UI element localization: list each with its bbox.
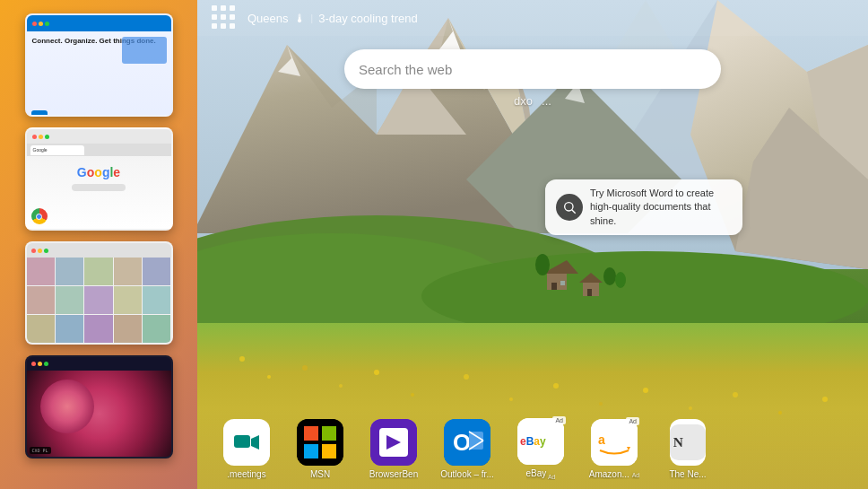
svg-point-28: [553, 383, 559, 389]
svg-point-23: [339, 384, 343, 388]
apps-dot-1: [212, 5, 217, 11]
meetings-label: .meetings: [227, 469, 265, 479]
search-suggestions: dxo ...: [197, 94, 868, 108]
svg-point-26: [464, 374, 469, 380]
svg-point-24: [374, 370, 379, 375]
amazon-ad-badge: Ad: [626, 417, 639, 425]
chrome-app-icon: [31, 208, 48, 224]
ms-word-search-icon: [556, 194, 583, 221]
svg-rect-41: [587, 289, 592, 296]
svg-rect-52: [322, 426, 336, 441]
svg-text:eBay: eBay: [520, 435, 546, 448]
svg-text:N: N: [673, 433, 683, 449]
outlook-dock-icon: O: [444, 419, 490, 466]
apps-dot-2: [221, 5, 226, 11]
ebay-icon: eBay: [517, 418, 564, 465]
svg-line-46: [572, 210, 576, 214]
svg-point-27: [509, 397, 513, 401]
browseben-label: BrowserBen: [369, 469, 418, 479]
outlook-app-icon: O: [31, 110, 48, 117]
svg-point-20: [239, 356, 245, 362]
ms-word-tooltip-text: Try Microsoft Word to create high-qualit…: [590, 187, 732, 228]
apps-dot-5: [221, 14, 226, 20]
search-placeholder: Search the web: [359, 62, 707, 77]
weather-widget[interactable]: Queens 🌡 | 3-day cooling trend: [247, 12, 418, 25]
dock-item-thenews[interactable]: N The Ne...: [656, 419, 719, 479]
weather-location: Queens: [247, 12, 289, 25]
search-bar[interactable]: Search the web: [344, 49, 721, 89]
ebay-ad-badge: Ad: [552, 416, 566, 424]
svg-point-21: [267, 375, 271, 379]
photos-thumbnail[interactable]: [25, 241, 173, 345]
apps-dot-3: [230, 5, 235, 11]
thenews-icon: N: [670, 419, 706, 466]
svg-text:a: a: [598, 432, 605, 447]
capture-header: [27, 357, 171, 371]
dock-item-outlook[interactable]: O Outlook – fr...: [436, 419, 499, 479]
amazon-label: Amazon... Ad: [589, 469, 639, 479]
apps-dot-8: [221, 23, 226, 29]
svg-rect-60: [469, 432, 483, 450]
msn-label: MSN: [310, 469, 330, 479]
svg-rect-38: [560, 281, 565, 285]
svg-rect-48: [234, 435, 250, 448]
bottom-dock: .meetings MSN BrowserBen: [197, 408, 868, 489]
weather-trend: 3-day cooling trend: [318, 12, 418, 25]
google-logo: Google: [77, 165, 120, 179]
outlook-cta: Try for free: [137, 115, 166, 117]
outlook-dock-label: Outlook – fr...: [440, 469, 493, 479]
svg-point-44: [615, 272, 626, 288]
svg-point-43: [603, 267, 616, 285]
svg-point-42: [535, 254, 550, 275]
ms-word-tooltip[interactable]: Try Microsoft Word to create high-qualit…: [545, 179, 742, 235]
svg-text:O: O: [453, 429, 471, 456]
svg-point-45: [565, 203, 573, 211]
apps-dot-4: [212, 14, 217, 20]
svg-point-22: [302, 365, 308, 371]
apps-dot-9: [230, 23, 235, 29]
dock-item-meetings[interactable]: .meetings: [215, 419, 278, 479]
svg-rect-54: [322, 444, 336, 458]
svg-point-30: [643, 388, 648, 393]
suggestion-dxo[interactable]: dxo: [514, 94, 533, 108]
ebay-label: eBay Ad: [526, 468, 556, 480]
dock-item-browseben[interactable]: BrowserBen: [362, 419, 425, 479]
svg-point-29: [599, 402, 603, 406]
svg-point-34: [822, 397, 828, 402]
apps-dot-6: [230, 14, 235, 20]
outlook-thumbnail[interactable]: Connect. Organize. Get things done. O Tr…: [25, 13, 173, 117]
amazon-icon: a: [591, 419, 638, 466]
dock-item-msn[interactable]: MSN: [289, 419, 352, 479]
top-bar: Queens 🌡 | 3-day cooling trend: [197, 0, 868, 36]
dock-item-ebay[interactable]: eBay Ad eBay Ad: [509, 418, 572, 480]
apps-dot-7: [212, 23, 217, 29]
dock-item-amazon[interactable]: a Ad Amazon... Ad: [583, 419, 646, 479]
msn-icon: [297, 419, 343, 466]
capture-one-thumbnail[interactable]: CXO PL: [25, 355, 173, 458]
meetings-icon: [223, 419, 270, 466]
svg-rect-51: [304, 426, 318, 441]
chrome-thumbnail[interactable]: Google Google: [25, 127, 173, 231]
search-container: Search the web: [197, 49, 868, 89]
browseben-icon: [370, 419, 417, 466]
apps-grid-icon[interactable]: [212, 5, 237, 31]
chrome-tab: Google: [30, 145, 84, 155]
svg-point-32: [733, 392, 738, 397]
svg-rect-50: [297, 419, 343, 466]
weather-divider: |: [311, 13, 314, 23]
suggestion-more[interactable]: ...: [542, 94, 551, 108]
svg-rect-37: [551, 283, 557, 290]
weather-thermometer-icon: 🌡: [294, 12, 306, 25]
svg-point-25: [411, 393, 414, 397]
thenews-label: The Ne...: [669, 469, 706, 479]
sidebar: Connect. Organize. Get things done. O Tr…: [0, 0, 197, 489]
capture-pl-badge: CXO PL: [30, 447, 51, 454]
svg-rect-53: [304, 444, 318, 458]
